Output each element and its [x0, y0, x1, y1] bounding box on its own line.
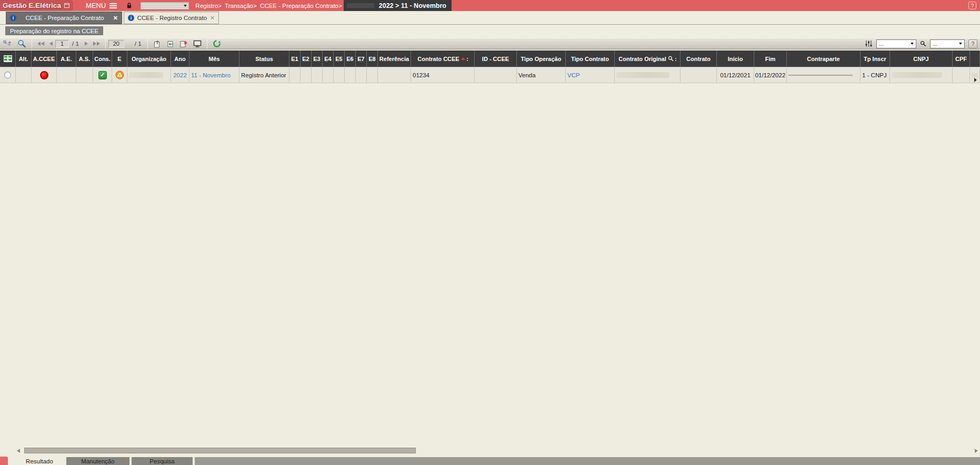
return-button[interactable] — [164, 38, 177, 49]
column-label: E8 — [368, 56, 375, 62]
column-header-e[interactable]: E — [112, 50, 127, 67]
column-header-organizacao[interactable]: Organização — [127, 50, 171, 67]
topbar: Gestão E.Elétrica MENU Registro> Transaç… — [0, 0, 980, 11]
column-header-e4[interactable]: E4 — [323, 50, 334, 67]
bottom-tab-filler — [195, 457, 980, 465]
column-header-cpf[interactable]: CPF — [953, 50, 970, 67]
tab-ccee-registro-contrato[interactable]: i CCEE - Registro Contrato ✕ — [124, 12, 219, 24]
lock-icon[interactable] — [126, 2, 132, 9]
column-header-fim[interactable]: Fim — [754, 50, 787, 67]
quick-search-icon[interactable] — [920, 41, 926, 47]
column-header-accee[interactable]: A.CCEE — [32, 50, 57, 67]
hscroll-left-icon[interactable] — [17, 449, 20, 453]
refresh-button[interactable] — [210, 38, 224, 49]
filter-sliders-icon[interactable] — [865, 40, 873, 47]
column-header-contrato_ccee[interactable]: Contrato CCEE — [411, 50, 475, 67]
column-header-ano[interactable]: Ano — [171, 50, 189, 67]
first-page-button[interactable] — [35, 38, 47, 49]
breadcrumb[interactable]: Registro> Transação> CCEE - Preparação C… — [195, 3, 342, 9]
toolbar-separator — [207, 38, 207, 49]
column-header-alt[interactable]: Alt. — [16, 50, 32, 67]
column-header-e3[interactable]: E3 — [312, 50, 323, 67]
view-select-value: ... — [879, 41, 884, 47]
column-header-cnpj[interactable]: CNPJ — [890, 50, 953, 67]
window-restore-icon[interactable] — [64, 3, 69, 8]
column-label: Tp Inscr — [864, 56, 886, 62]
column-header-e6[interactable]: E6 — [345, 50, 356, 67]
tab-ccee-preparacao-contrato[interactable]: i CCEE - Preparação Contrato ✕ — [6, 12, 122, 24]
toolbar-separator — [147, 38, 148, 49]
search-field-select[interactable]: ... — [930, 39, 965, 48]
chevron-down-icon — [959, 43, 962, 45]
cell-organizacao — [127, 67, 171, 83]
column-header-id_ccee[interactable]: ID - CCEE — [475, 50, 517, 67]
close-icon[interactable]: ✕ — [210, 15, 215, 22]
column-label: E — [117, 56, 121, 62]
sort-priority-dots — [675, 57, 676, 61]
monitor-icon — [193, 40, 202, 47]
column-header-e8[interactable]: E8 — [367, 50, 378, 67]
column-header-as[interactable]: A.S. — [76, 50, 93, 67]
hscroll-thumb[interactable] — [24, 448, 416, 453]
last-page-button[interactable] — [91, 38, 103, 49]
column-header-e1[interactable]: E1 — [289, 50, 301, 67]
column-header-contrato[interactable]: Contrato — [681, 50, 717, 67]
column-header-ae[interactable]: A.E. — [57, 50, 76, 67]
page-size-input[interactable] — [108, 40, 124, 48]
menu-button[interactable]: MENU — [86, 2, 117, 9]
link-ano[interactable]: 2022 — [173, 72, 187, 78]
bottom-tab-manutencao[interactable]: Manutenção — [66, 457, 129, 465]
column-label: E4 — [324, 56, 331, 62]
search-button[interactable] — [15, 38, 29, 49]
column-header-cons[interactable]: Cons. — [93, 50, 112, 67]
grid-scroll-right-icon[interactable] — [974, 78, 977, 82]
hscroll-right-icon[interactable] — [975, 449, 978, 453]
column-label: A.CCEE — [33, 56, 55, 62]
bottom-tab-pesquisa[interactable]: Pesquisa — [132, 457, 193, 465]
column-header-status[interactable]: Status — [239, 50, 289, 67]
column-header-mes[interactable]: Mês — [189, 50, 239, 67]
column-label: Tipo Operação — [521, 56, 562, 62]
column-header-referencia[interactable]: Referência — [378, 50, 411, 67]
column-label: Fim — [765, 56, 776, 62]
page-number-input[interactable] — [55, 40, 69, 48]
cell-cpf — [953, 67, 970, 83]
column-label: Alt. — [19, 56, 28, 62]
column-header-tp_inscr[interactable]: Tp Inscr — [861, 50, 890, 67]
screen-view-button[interactable] — [191, 38, 204, 49]
column-header-contraparte[interactable]: Contraparte — [787, 50, 861, 67]
cell-e6 — [345, 67, 356, 83]
cell-e3 — [312, 67, 323, 83]
export-button[interactable] — [151, 38, 164, 49]
close-icon[interactable]: ✕ — [113, 15, 118, 22]
chevron-down-icon — [184, 5, 187, 7]
column-header-tipo_contrato[interactable]: Tipo Contrato — [566, 50, 615, 67]
link-tipo_contrato[interactable]: VCP — [567, 72, 580, 78]
next-page-button[interactable] — [82, 38, 91, 49]
column-label: E2 — [302, 56, 309, 62]
grid-row[interactable]: ✓202211 - NovembroRegistro Anterior01234… — [0, 67, 980, 83]
page-size-total-label: / 1 — [135, 41, 142, 47]
toolbar-help-button[interactable]: ? — [968, 39, 977, 48]
previous-page-button[interactable] — [47, 38, 55, 49]
row-select-radio[interactable] — [4, 72, 11, 78]
column-header-e7[interactable]: E7 — [356, 50, 367, 67]
column-label: Tipo Contrato — [571, 56, 609, 62]
topbar-help-button[interactable]: ? — [968, 2, 976, 9]
column-label: Contrato — [686, 56, 711, 62]
settings-tools-button[interactable] — [0, 38, 15, 49]
column-header-tipo_operacao[interactable]: Tipo Operação — [517, 50, 566, 67]
column-label: Início — [728, 56, 743, 62]
column-label: E5 — [335, 56, 342, 62]
doc-return-icon — [166, 40, 174, 48]
column-header-contrato_original[interactable]: Contrato Original — [615, 50, 681, 67]
search-select-value: ... — [933, 41, 937, 47]
column-header-inicio[interactable]: Início — [717, 50, 754, 67]
link-mes[interactable]: 11 - Novembro — [191, 72, 231, 78]
view-select[interactable]: ... — [876, 39, 916, 48]
bottom-tab-resultado[interactable]: Resultado — [15, 457, 64, 465]
column-header-e5[interactable]: E5 — [334, 50, 345, 67]
mandatory-fields-button[interactable] — [177, 38, 191, 49]
column-header-e2[interactable]: E2 — [301, 50, 312, 67]
topbar-select[interactable] — [141, 2, 189, 9]
